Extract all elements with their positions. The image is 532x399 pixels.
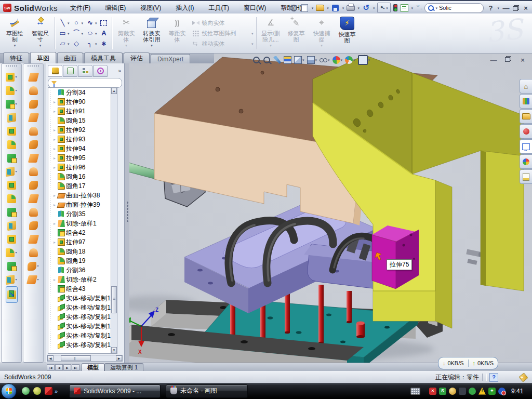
expand-icon[interactable]: ▸ (52, 193, 57, 198)
tool-revolved-surface[interactable] (29, 84, 38, 97)
antivirus-alert-icon[interactable]: × (429, 388, 436, 395)
extruded-cut-dropdown[interactable]: ▾ (15, 89, 17, 92)
tool-linear-pattern[interactable]: ▾ (6, 165, 17, 178)
taskbar-button-paint[interactable]: 未命名 - 画图 (166, 384, 248, 398)
tool-knit-surface[interactable] (29, 124, 38, 138)
print-dropdown[interactable]: ▾ (357, 6, 360, 10)
corner-rectangle-dropdown[interactable]: ▾ (68, 32, 70, 35)
polygon-button[interactable]: ◇ (72, 38, 85, 49)
smart-dimension-button[interactable]: 智能尺寸▾ (28, 17, 52, 48)
expand-icon[interactable]: ▸ (52, 147, 57, 151)
menu-插入(I)[interactable]: 插入(I) (168, 2, 201, 15)
fillet-dropdown[interactable]: ▾ (15, 102, 17, 105)
tree-item[interactable]: 分割35 (52, 209, 117, 219)
tool-parting-surface[interactable] (29, 246, 38, 259)
line-dropdown[interactable]: ▾ (68, 21, 70, 25)
tree-item[interactable]: ▸切除-放样1 (52, 219, 117, 228)
tree-item[interactable]: 圆角16 (52, 172, 117, 181)
open-icon[interactable] (316, 4, 324, 12)
tab-DimXpert[interactable]: DimXpert (151, 54, 190, 63)
model-tab-模型[interactable]: 模型 (82, 363, 104, 371)
nav-first-icon[interactable]: |◀ (47, 364, 55, 370)
tab-曲面[interactable]: 曲面 (57, 52, 83, 63)
scroll-left-icon[interactable]: ◀ (47, 355, 54, 361)
tool-shell[interactable] (7, 151, 16, 165)
sketch-draw-button[interactable]: 草图绘制▾ (3, 17, 27, 48)
model-tab-运动算例 1[interactable]: 运动算例 1 (104, 363, 143, 371)
tree-item[interactable]: 圆角18 (52, 247, 117, 256)
straight-slot-button[interactable]: ▱▾ (58, 38, 71, 49)
tool-delete-face[interactable] (29, 192, 38, 205)
doc-minimize-button[interactable]: — (489, 56, 498, 64)
tool-surface-axis[interactable]: ▾ (28, 259, 38, 273)
convert-entities-dropdown[interactable]: ▾ (151, 44, 153, 48)
tree-item[interactable]: ▸切除-放样2 (52, 275, 117, 284)
menu-视图(V)[interactable]: 视图(V) (133, 2, 168, 15)
tool-move-copy-body[interactable] (7, 232, 16, 246)
tool-planar-surface[interactable] (29, 138, 38, 151)
hud-view-settings[interactable]: ▾ (358, 55, 370, 65)
tree-item[interactable]: ▸曲面-拉伸39 (52, 200, 117, 209)
quick-tips-icon[interactable]: ? (489, 373, 498, 382)
linear-sketch-pattern-button[interactable]: 线性草图阵列▾ (192, 29, 254, 37)
tree-item[interactable]: 圆角17 (52, 181, 117, 191)
tree-item[interactable]: 圆角15 (52, 116, 117, 125)
mirror-entities-button[interactable]: 镜向实体 (192, 19, 254, 27)
hud-hide-show-items[interactable]: ▾ (320, 56, 330, 64)
tree-item[interactable]: 实体-移动/复制16 (52, 322, 117, 331)
view-settings-dropdown[interactable]: ▾ (368, 58, 370, 62)
tool-parting-line[interactable] (29, 232, 38, 246)
search-box[interactable]: ▾ (424, 3, 484, 13)
options-icon[interactable] (400, 4, 408, 12)
tree-item[interactable]: ▸拉伸94 (52, 144, 117, 153)
ellipse-button[interactable]: ○▾ (85, 28, 98, 38)
print-icon[interactable] (347, 4, 355, 12)
nav-previous-icon[interactable]: ◀ (55, 364, 63, 370)
panel-splitter[interactable] (125, 63, 129, 363)
menu-工具(T)[interactable]: 工具(T) (202, 2, 236, 15)
sketch-draw-dropdown[interactable]: ▾ (14, 44, 16, 48)
reference-axis-dropdown[interactable]: ▾ (15, 251, 17, 254)
smart-dimension-dropdown[interactable]: ▾ (39, 44, 42, 48)
audio-device-icon[interactable] (459, 388, 466, 395)
tag-icon[interactable] (518, 373, 528, 382)
tree-item[interactable]: 组合42 (52, 228, 117, 237)
doc-restore-button[interactable] (505, 56, 511, 62)
nav-next-icon[interactable]: ▶ (63, 364, 71, 370)
taskbar-button-solidworks[interactable]: SolidWorks 2009 - ... (69, 384, 161, 398)
network-connect-icon[interactable] (469, 388, 476, 395)
shield-protect-icon[interactable]: S (439, 388, 446, 395)
tab-模具工具[interactable]: 模具工具 (84, 52, 123, 63)
spline-dropdown[interactable]: ▾ (95, 21, 97, 25)
update-badge-icon[interactable] (449, 388, 456, 395)
tree-item[interactable]: 分割36 (52, 265, 117, 275)
hud-previous-view[interactable] (273, 56, 281, 64)
sketch-text-button[interactable]: A (99, 28, 109, 38)
tool-swept-surface[interactable] (29, 70, 38, 84)
tool-extend-surface[interactable] (29, 111, 38, 124)
tree-item[interactable]: 实体-移动/复制14 (52, 303, 117, 312)
tool-trim-surface[interactable] (29, 97, 38, 111)
expand-icon[interactable]: ▸ (52, 156, 57, 161)
tool-chamfer[interactable] (7, 138, 16, 151)
surface-axis-dropdown[interactable]: ▾ (37, 264, 38, 268)
tree-item[interactable]: 圆角19 (52, 256, 117, 265)
tree-filter-box[interactable] (48, 78, 122, 88)
hide-show-items-dropdown[interactable]: ▾ (328, 58, 330, 62)
tool-replace-face[interactable] (29, 178, 38, 192)
new-document-icon[interactable] (301, 4, 309, 12)
taskpane-file-explorer[interactable] (520, 109, 532, 124)
convert-entities-button[interactable]: 转换实体引用▾ (140, 17, 164, 48)
quicklaunch-messenger-icon[interactable] (22, 387, 30, 395)
linear-sketch-pattern-dropdown[interactable]: ▾ (251, 32, 254, 35)
expand-icon[interactable]: ▸ (52, 277, 57, 282)
circle-button[interactable]: ○▾ (72, 18, 85, 28)
manager-tab-featuremanager-design-tree[interactable] (48, 65, 62, 77)
graphics-area[interactable]: Y Z X ▾▾▾▾▾▾ — × ⌂ 拉伸75 (127, 54, 532, 363)
tool-extruded-cut[interactable]: ▾ (6, 84, 17, 97)
shield-plus-icon[interactable]: + (488, 388, 496, 395)
hud-edit-appearance[interactable]: ▾ (332, 56, 343, 64)
tool-split[interactable] (7, 205, 16, 219)
sync-status-icon[interactable] (498, 388, 506, 395)
undo-icon[interactable]: ↺ (362, 4, 370, 12)
